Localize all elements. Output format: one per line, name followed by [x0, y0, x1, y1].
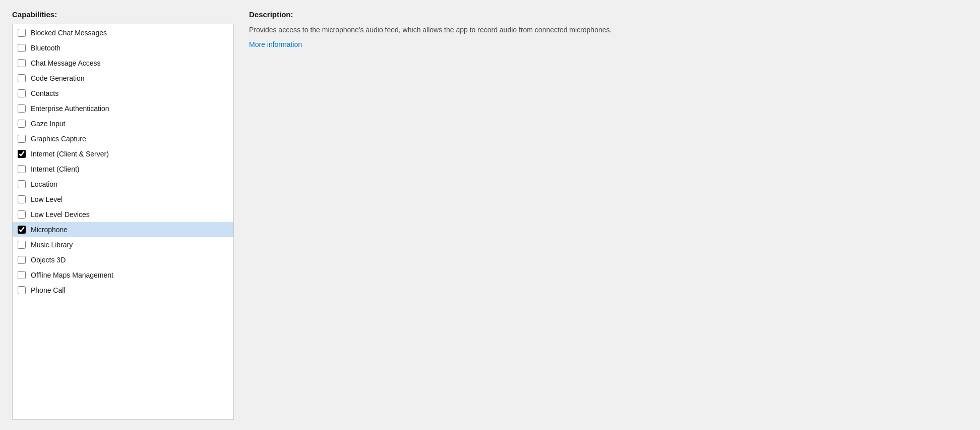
capabilities-header: Capabilities:: [12, 10, 234, 19]
capability-label-gaze-input: Gaze Input: [31, 120, 66, 128]
checkbox-contacts[interactable]: [18, 89, 26, 97]
capability-item-gaze-input[interactable]: Gaze Input: [13, 116, 233, 131]
capability-item-low-level[interactable]: Low Level: [13, 192, 233, 207]
capability-label-internet-client-server: Internet (Client & Server): [31, 150, 109, 158]
left-panel: Capabilities: Blocked Chat MessagesBluet…: [12, 10, 234, 420]
checkbox-internet-client-server[interactable]: [18, 150, 26, 158]
capability-item-microphone[interactable]: Microphone: [13, 222, 233, 237]
capability-item-bluetooth[interactable]: Bluetooth: [13, 40, 233, 56]
capabilities-list-wrapper: Blocked Chat MessagesBluetoothChat Messa…: [12, 24, 234, 420]
checkbox-music-library[interactable]: [18, 241, 26, 249]
capability-label-graphics-capture: Graphics Capture: [31, 135, 86, 143]
capability-label-blocked-chat-messages: Blocked Chat Messages: [31, 29, 107, 37]
capability-item-chat-message-access[interactable]: Chat Message Access: [13, 56, 233, 71]
capability-item-code-generation[interactable]: Code Generation: [13, 71, 233, 86]
capability-label-music-library: Music Library: [31, 241, 73, 249]
capability-item-internet-client-server[interactable]: Internet (Client & Server): [13, 146, 233, 162]
capability-label-chat-message-access: Chat Message Access: [31, 59, 101, 67]
capability-item-phone-call[interactable]: Phone Call: [13, 283, 233, 298]
checkbox-phone-call[interactable]: [18, 286, 26, 294]
capability-item-objects-3d[interactable]: Objects 3D: [13, 252, 233, 267]
capability-label-internet-client: Internet (Client): [31, 165, 79, 173]
checkbox-internet-client[interactable]: [18, 165, 26, 173]
capability-label-enterprise-authentication: Enterprise Authentication: [31, 104, 109, 113]
capability-label-bluetooth: Bluetooth: [31, 44, 60, 52]
main-container: Capabilities: Blocked Chat MessagesBluet…: [0, 0, 980, 430]
right-panel: Description: Provides access to the micr…: [234, 10, 968, 420]
checkbox-low-level[interactable]: [18, 195, 26, 203]
checkbox-objects-3d[interactable]: [18, 256, 26, 264]
capability-item-music-library[interactable]: Music Library: [13, 237, 233, 252]
capability-item-graphics-capture[interactable]: Graphics Capture: [13, 131, 233, 146]
checkbox-offline-maps-management[interactable]: [18, 271, 26, 279]
capability-item-internet-client[interactable]: Internet (Client): [13, 162, 233, 177]
description-text: Provides access to the microphone's audi…: [249, 25, 703, 35]
description-header: Description:: [249, 10, 953, 19]
capability-item-blocked-chat-messages[interactable]: Blocked Chat Messages: [13, 25, 233, 40]
capabilities-list[interactable]: Blocked Chat MessagesBluetoothChat Messa…: [13, 24, 233, 419]
capability-label-code-generation: Code Generation: [31, 74, 85, 82]
checkbox-enterprise-authentication[interactable]: [18, 104, 26, 113]
capability-item-contacts[interactable]: Contacts: [13, 86, 233, 101]
capability-label-low-level-devices: Low Level Devices: [31, 210, 90, 219]
capability-item-enterprise-authentication[interactable]: Enterprise Authentication: [13, 101, 233, 116]
capability-label-contacts: Contacts: [31, 89, 58, 97]
checkbox-microphone[interactable]: [18, 226, 26, 234]
checkbox-location[interactable]: [18, 180, 26, 188]
more-info-link[interactable]: More information: [249, 40, 953, 48]
capability-label-low-level: Low Level: [31, 195, 63, 203]
checkbox-code-generation[interactable]: [18, 74, 26, 82]
checkbox-low-level-devices[interactable]: [18, 210, 26, 219]
capability-label-phone-call: Phone Call: [31, 286, 66, 294]
capability-item-low-level-devices[interactable]: Low Level Devices: [13, 207, 233, 222]
capability-label-objects-3d: Objects 3D: [31, 256, 66, 264]
capability-label-location: Location: [31, 180, 57, 188]
checkbox-graphics-capture[interactable]: [18, 135, 26, 143]
checkbox-gaze-input[interactable]: [18, 120, 26, 128]
checkbox-chat-message-access[interactable]: [18, 59, 26, 67]
capability-label-offline-maps-management: Offline Maps Management: [31, 271, 113, 279]
checkbox-blocked-chat-messages[interactable]: [18, 29, 26, 37]
capability-item-offline-maps-management[interactable]: Offline Maps Management: [13, 267, 233, 283]
capability-label-microphone: Microphone: [31, 226, 68, 234]
checkbox-bluetooth[interactable]: [18, 44, 26, 52]
capability-item-location[interactable]: Location: [13, 177, 233, 192]
